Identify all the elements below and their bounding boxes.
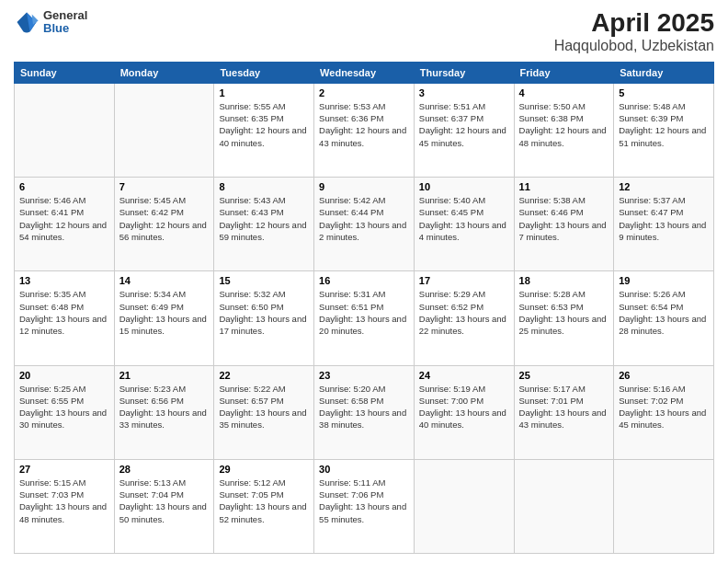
- day-number: 2: [319, 87, 409, 98]
- calendar-cell: 7Sunrise: 5:45 AM Sunset: 6:42 PM Daylig…: [114, 178, 214, 271]
- day-info: Sunrise: 5:51 AM Sunset: 6:37 PM Dayligh…: [419, 100, 509, 149]
- page-subtitle: Haqqulobod, Uzbekistan: [554, 38, 714, 54]
- day-info: Sunrise: 5:17 AM Sunset: 7:01 PM Dayligh…: [519, 383, 609, 431]
- day-info: Sunrise: 5:31 AM Sunset: 6:51 PM Dayligh…: [319, 288, 409, 337]
- calendar-week-4: 20Sunrise: 5:25 AM Sunset: 6:55 PM Dayli…: [15, 365, 714, 459]
- day-info: Sunrise: 5:48 AM Sunset: 6:39 PM Dayligh…: [619, 100, 709, 149]
- title-block: April 2025 Haqqulobod, Uzbekistan: [554, 9, 714, 54]
- calendar-cell: 16Sunrise: 5:31 AM Sunset: 6:51 PM Dayli…: [314, 271, 415, 365]
- day-info: Sunrise: 5:25 AM Sunset: 6:55 PM Dayligh…: [19, 383, 109, 431]
- calendar-cell: 30Sunrise: 5:11 AM Sunset: 7:06 PM Dayli…: [314, 459, 415, 553]
- day-info: Sunrise: 5:15 AM Sunset: 7:03 PM Dayligh…: [19, 477, 109, 525]
- day-info: Sunrise: 5:46 AM Sunset: 6:41 PM Dayligh…: [19, 194, 109, 243]
- calendar-cell: 29Sunrise: 5:12 AM Sunset: 7:05 PM Dayli…: [214, 459, 314, 553]
- calendar-table: SundayMondayTuesdayWednesdayThursdayFrid…: [14, 62, 714, 554]
- day-info: Sunrise: 5:53 AM Sunset: 6:36 PM Dayligh…: [319, 100, 409, 149]
- day-number: 27: [19, 464, 109, 475]
- calendar-cell: 26Sunrise: 5:16 AM Sunset: 7:02 PM Dayli…: [614, 365, 714, 459]
- day-info: Sunrise: 5:12 AM Sunset: 7:05 PM Dayligh…: [219, 477, 309, 525]
- calendar-cell: 13Sunrise: 5:35 AM Sunset: 6:48 PM Dayli…: [15, 271, 115, 365]
- day-info: Sunrise: 5:38 AM Sunset: 6:46 PM Dayligh…: [519, 194, 609, 243]
- calendar-cell: 20Sunrise: 5:25 AM Sunset: 6:55 PM Dayli…: [15, 365, 115, 459]
- day-number: 1: [219, 87, 309, 98]
- day-info: Sunrise: 5:26 AM Sunset: 6:54 PM Dayligh…: [619, 288, 709, 337]
- day-number: 17: [419, 275, 509, 286]
- calendar-cell: 14Sunrise: 5:34 AM Sunset: 6:49 PM Dayli…: [114, 271, 214, 365]
- calendar-header-row: SundayMondayTuesdayWednesdayThursdayFrid…: [15, 62, 714, 83]
- calendar-week-5: 27Sunrise: 5:15 AM Sunset: 7:03 PM Dayli…: [15, 459, 714, 553]
- day-number: 25: [519, 370, 609, 381]
- day-info: Sunrise: 5:55 AM Sunset: 6:35 PM Dayligh…: [219, 100, 309, 149]
- logo: General Blue: [14, 9, 87, 36]
- day-info: Sunrise: 5:40 AM Sunset: 6:45 PM Dayligh…: [419, 194, 509, 243]
- day-number: 22: [219, 370, 309, 381]
- day-info: Sunrise: 5:20 AM Sunset: 6:58 PM Dayligh…: [319, 383, 409, 431]
- day-number: 26: [619, 370, 709, 381]
- day-number: 28: [119, 464, 210, 475]
- calendar-cell: 27Sunrise: 5:15 AM Sunset: 7:03 PM Dayli…: [15, 459, 115, 553]
- logo-general-text: General: [43, 9, 87, 22]
- calendar-cell: 19Sunrise: 5:26 AM Sunset: 6:54 PM Dayli…: [614, 271, 714, 365]
- logo-icon: [14, 9, 40, 35]
- calendar-cell: 10Sunrise: 5:40 AM Sunset: 6:45 PM Dayli…: [414, 178, 514, 271]
- calendar-cell: 22Sunrise: 5:22 AM Sunset: 6:57 PM Dayli…: [214, 365, 314, 459]
- calendar-cell: [614, 459, 714, 553]
- calendar-header-sunday: Sunday: [15, 62, 115, 83]
- day-info: Sunrise: 5:35 AM Sunset: 6:48 PM Dayligh…: [19, 288, 109, 337]
- day-number: 14: [119, 275, 210, 286]
- day-info: Sunrise: 5:45 AM Sunset: 6:42 PM Dayligh…: [119, 194, 210, 243]
- day-info: Sunrise: 5:23 AM Sunset: 6:56 PM Dayligh…: [119, 383, 210, 431]
- calendar-header-friday: Friday: [514, 62, 614, 83]
- day-number: 12: [619, 181, 709, 192]
- day-number: 13: [19, 275, 109, 286]
- day-number: 8: [219, 181, 309, 192]
- day-info: Sunrise: 5:32 AM Sunset: 6:50 PM Dayligh…: [219, 288, 309, 337]
- calendar-cell: [114, 83, 214, 177]
- day-info: Sunrise: 5:37 AM Sunset: 6:47 PM Dayligh…: [619, 194, 709, 243]
- day-number: 15: [219, 275, 309, 286]
- day-info: Sunrise: 5:28 AM Sunset: 6:53 PM Dayligh…: [519, 288, 609, 337]
- day-number: 3: [419, 87, 509, 98]
- day-number: 6: [19, 181, 109, 192]
- calendar-cell: 2Sunrise: 5:53 AM Sunset: 6:36 PM Daylig…: [314, 83, 415, 177]
- day-info: Sunrise: 5:43 AM Sunset: 6:43 PM Dayligh…: [219, 194, 309, 243]
- day-info: Sunrise: 5:42 AM Sunset: 6:44 PM Dayligh…: [319, 194, 409, 243]
- calendar-cell: [414, 459, 514, 553]
- calendar-cell: 4Sunrise: 5:50 AM Sunset: 6:38 PM Daylig…: [514, 83, 614, 177]
- calendar-header-thursday: Thursday: [414, 62, 514, 83]
- calendar-header-monday: Monday: [114, 62, 214, 83]
- day-info: Sunrise: 5:50 AM Sunset: 6:38 PM Dayligh…: [519, 100, 609, 149]
- day-number: 9: [319, 181, 409, 192]
- day-number: 4: [519, 87, 609, 98]
- day-info: Sunrise: 5:22 AM Sunset: 6:57 PM Dayligh…: [219, 383, 309, 431]
- calendar-cell: 3Sunrise: 5:51 AM Sunset: 6:37 PM Daylig…: [414, 83, 514, 177]
- calendar-cell: 25Sunrise: 5:17 AM Sunset: 7:01 PM Dayli…: [514, 365, 614, 459]
- calendar-cell: 24Sunrise: 5:19 AM Sunset: 7:00 PM Dayli…: [414, 365, 514, 459]
- calendar-header-saturday: Saturday: [614, 62, 714, 83]
- calendar-week-2: 6Sunrise: 5:46 AM Sunset: 6:41 PM Daylig…: [15, 178, 714, 271]
- day-number: 11: [519, 181, 609, 192]
- calendar-cell: 8Sunrise: 5:43 AM Sunset: 6:43 PM Daylig…: [214, 178, 314, 271]
- day-number: 10: [419, 181, 509, 192]
- day-number: 18: [519, 275, 609, 286]
- day-number: 5: [619, 87, 709, 98]
- day-info: Sunrise: 5:11 AM Sunset: 7:06 PM Dayligh…: [319, 477, 409, 525]
- page: General Blue April 2025 Haqqulobod, Uzbe…: [0, 0, 728, 563]
- day-number: 21: [119, 370, 210, 381]
- calendar-cell: 28Sunrise: 5:13 AM Sunset: 7:04 PM Dayli…: [114, 459, 214, 553]
- calendar-cell: 6Sunrise: 5:46 AM Sunset: 6:41 PM Daylig…: [15, 178, 115, 271]
- day-number: 7: [119, 181, 210, 192]
- calendar-cell: 18Sunrise: 5:28 AM Sunset: 6:53 PM Dayli…: [514, 271, 614, 365]
- calendar-cell: 5Sunrise: 5:48 AM Sunset: 6:39 PM Daylig…: [614, 83, 714, 177]
- page-title: April 2025: [554, 9, 714, 38]
- calendar-week-1: 1Sunrise: 5:55 AM Sunset: 6:35 PM Daylig…: [15, 83, 714, 177]
- day-number: 19: [619, 275, 709, 286]
- header: General Blue April 2025 Haqqulobod, Uzbe…: [14, 9, 714, 54]
- logo-text: General Blue: [43, 9, 87, 36]
- calendar-week-3: 13Sunrise: 5:35 AM Sunset: 6:48 PM Dayli…: [15, 271, 714, 365]
- day-number: 16: [319, 275, 409, 286]
- calendar-cell: 1Sunrise: 5:55 AM Sunset: 6:35 PM Daylig…: [214, 83, 314, 177]
- day-number: 20: [19, 370, 109, 381]
- calendar-cell: 17Sunrise: 5:29 AM Sunset: 6:52 PM Dayli…: [414, 271, 514, 365]
- day-info: Sunrise: 5:29 AM Sunset: 6:52 PM Dayligh…: [419, 288, 509, 337]
